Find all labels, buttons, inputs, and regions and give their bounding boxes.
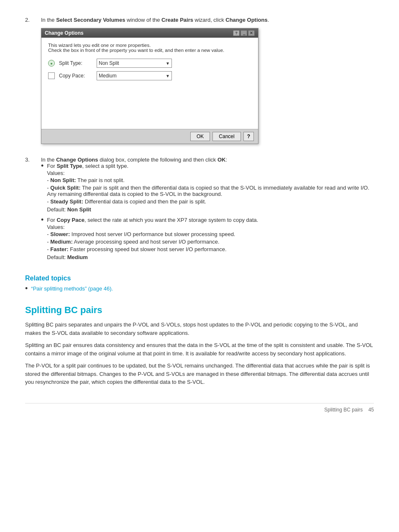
copy-pace-intro: For Copy Pace, select the rate at which … <box>47 217 374 223</box>
section-heading: Splitting BC pairs <box>25 305 374 316</box>
change-options-bold: Change Options <box>225 17 267 23</box>
step-2-number: 2. <box>25 17 38 149</box>
copy-pace-val-medium: - Medium: Average processing speed and h… <box>47 239 374 245</box>
split-type-val-quicksplit: - Quick Split: The pair is split and the… <box>47 185 374 197</box>
split-type-term: Split Type <box>56 163 82 169</box>
copy-pace-select[interactable]: Medium ▼ <box>97 71 172 80</box>
copy-pace-val-slower: - Slower: Improved host server I/O perfo… <box>47 231 374 237</box>
footer-page-number: 45 <box>368 407 374 413</box>
copy-pace-default: Default: Medium <box>47 254 374 260</box>
section-body: Splitting BC pairs separates and unpairs… <box>25 321 374 386</box>
split-type-arrow-icon: ▼ <box>166 61 170 66</box>
split-type-value: Non Split <box>99 60 119 66</box>
create-pairs-bold: Create Pairs <box>161 17 193 23</box>
dialog-row-copy-pace: Copy Pace: Medium ▼ <box>48 71 251 80</box>
dialog-row-split-type: ● Split Type: Non Split ▼ <box>48 59 251 68</box>
dialog-empty-space <box>48 84 251 126</box>
dialog-titlebar-buttons: ? ⎯ ✕ <box>233 30 255 36</box>
step-2-content: In the Select Secondary Volumes window o… <box>41 17 374 149</box>
copy-pace-value: Medium <box>99 73 117 79</box>
change-options-dialog: Change Options ? ⎯ ✕ This wizard lets yo… <box>41 28 258 144</box>
copy-pace-val-faster: - Faster: Faster processing speed but sl… <box>47 246 374 252</box>
copy-pace-default-value: Medium <box>67 254 88 260</box>
dialog-cancel-button[interactable]: Cancel <box>212 132 240 141</box>
step-3-bullets: • For Split Type, select a split type. V… <box>41 163 374 260</box>
step-2: 2. In the Select Secondary Volumes windo… <box>25 17 374 149</box>
step-2-text: In the Select Secondary Volumes window o… <box>41 17 374 23</box>
split-type-label: Split Type: <box>59 60 92 66</box>
bullet-copy-pace-content: For Copy Pace, select the rate at which … <box>47 217 374 260</box>
dialog-footer-help-button[interactable]: ? <box>243 132 254 141</box>
split-type-select[interactable]: Non Split ▼ <box>97 59 172 68</box>
dialog-info-line1: This wizard lets you edit one or more pr… <box>48 43 251 48</box>
dialog-minimize-btn[interactable]: ⎯ <box>240 30 247 36</box>
dialog-info: This wizard lets you edit one or more pr… <box>48 43 251 53</box>
dialog-ok-button[interactable]: OK <box>190 132 210 141</box>
split-type-val-nonsplit: - Non Split: The pair is not split. <box>47 177 374 183</box>
select-secondary-bold: Select Secondary Volumes <box>56 17 125 23</box>
dialog-titlebar: Change Options ? ⎯ ✕ <box>41 28 258 38</box>
dialog-body: This wizard lets you edit one or more pr… <box>41 38 258 129</box>
step-3-intro: In the Change Options dialog box, comple… <box>41 157 374 163</box>
step-3: 3. In the Change Options dialog box, com… <box>25 157 374 265</box>
nonsplit-bold: Non Split: <box>50 177 76 183</box>
bullet-dot-1: • <box>41 162 43 213</box>
step3-dialog-name: Change Options <box>56 157 98 163</box>
splitting-bc-pairs-section: Splitting BC pairs Splitting BC pairs se… <box>25 305 374 386</box>
quicksplit-bold: Quick Split: <box>50 185 80 191</box>
page-footer: Splitting BC pairs 45 <box>25 403 374 413</box>
copy-pace-arrow-icon: ▼ <box>166 74 170 78</box>
section-para-3: The P-VOL for a split pair continues to … <box>25 362 374 386</box>
step-3-number: 3. <box>25 157 38 265</box>
dialog-title: Change Options <box>45 30 84 36</box>
split-type-val-steadysplit: - Steady Split: Differential data is cop… <box>47 198 374 205</box>
section-para-1: Splitting BC pairs separates and unpairs… <box>25 321 374 337</box>
related-topics-heading: Related topics <box>25 275 374 282</box>
dialog-footer: OK Cancel ? <box>41 129 258 144</box>
related-topic-item-1: • “Pair splitting methods” (page 46). <box>25 285 374 292</box>
copy-pace-checkbox[interactable] <box>48 72 55 79</box>
footer-section-name: Splitting BC pairs <box>324 407 363 413</box>
related-link-1[interactable]: “Pair splitting methods” (page 46). <box>31 285 113 292</box>
step-3-content: In the Change Options dialog box, comple… <box>41 157 374 265</box>
bullet-split-type-content: For Split Type, select a split type. Val… <box>47 163 374 213</box>
bullet-split-type: • For Split Type, select a split type. V… <box>41 163 374 213</box>
split-type-default-value: Non Split <box>67 206 91 213</box>
dialog-close-btn[interactable]: ✕ <box>248 30 255 36</box>
split-type-default: Default: Non Split <box>47 206 374 213</box>
related-bullet-dot: • <box>25 285 28 292</box>
copy-pace-term: Copy Pace <box>56 217 84 223</box>
faster-bold: Faster: <box>50 246 68 252</box>
split-type-checkbox[interactable]: ● <box>48 60 55 67</box>
split-type-intro: For Split Type, select a split type. <box>47 163 374 169</box>
copy-pace-values-label: Values: <box>47 224 374 230</box>
dialog-help-btn[interactable]: ? <box>233 30 240 36</box>
split-type-values-label: Values: <box>47 170 374 176</box>
medium-bold: Medium: <box>50 239 72 245</box>
steadysplit-bold: Steady Split: <box>50 198 83 205</box>
slower-bold: Slower: <box>50 231 70 237</box>
step3-ok: OK <box>217 157 226 163</box>
section-para-2: Splitting an BC pair ensures data consis… <box>25 341 374 357</box>
dialog-info-line2: Check the box in front of the property y… <box>48 48 251 53</box>
bullet-dot-2: • <box>41 216 43 260</box>
bullet-copy-pace: • For Copy Pace, select the rate at whic… <box>41 217 374 260</box>
copy-pace-label: Copy Pace: <box>59 73 92 79</box>
related-topics-section: Related topics • “Pair splitting methods… <box>25 275 374 292</box>
related-topics-list: • “Pair splitting methods” (page 46). <box>25 285 374 292</box>
